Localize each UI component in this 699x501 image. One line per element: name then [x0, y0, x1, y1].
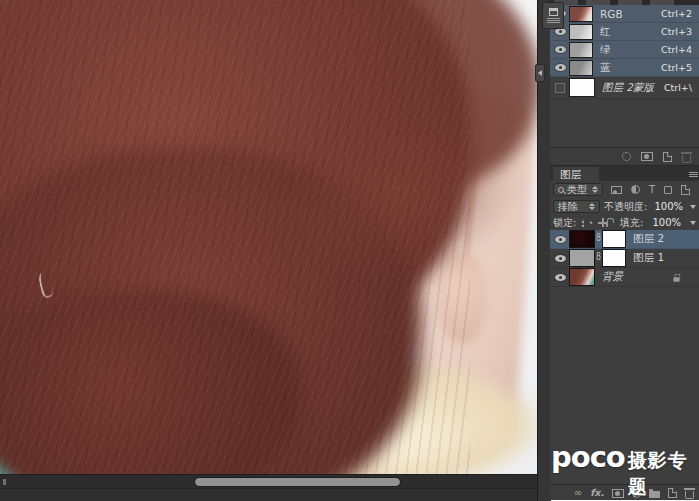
layer-name[interactable]: 图层 1: [633, 251, 664, 265]
layer-thumbnail[interactable]: [570, 269, 594, 285]
opacity-label: 不透明度:: [604, 200, 647, 214]
updown-arrows-icon: [592, 186, 598, 193]
watermark-title-line: poco 摄影专题: [551, 444, 699, 500]
chevron-down-icon[interactable]: [690, 221, 696, 225]
visibility-toggle[interactable]: [555, 255, 570, 262]
eye-icon: [555, 274, 566, 281]
channel-thumbnail: [570, 7, 592, 21]
tab-layers[interactable]: 图层: [553, 167, 599, 182]
channels-bottom-bar: [550, 147, 699, 165]
filter-shape-layers-icon[interactable]: [664, 186, 672, 194]
visibility-toggle[interactable]: [555, 64, 570, 71]
document-canvas[interactable]: [0, 0, 537, 474]
layer-filter-row: 类型 T: [550, 181, 699, 198]
filter-pixel-layers-icon[interactable]: [611, 186, 622, 194]
visibility-toggle[interactable]: [555, 236, 570, 243]
channel-label: 图层 2蒙版: [602, 81, 654, 95]
channel-shortcut: Ctrl+2: [661, 8, 692, 19]
delete-channel-icon[interactable]: [682, 155, 691, 163]
filter-smart-object-icon[interactable]: [681, 185, 690, 195]
horizontal-scrollbar-thumb[interactable]: [195, 478, 400, 486]
scrollbar-left-nub: [3, 479, 6, 485]
eye-icon: [555, 46, 566, 53]
lock-label: 锁定:: [553, 216, 576, 230]
layers-panel-header: 图层: [550, 165, 699, 181]
lock-position-icon[interactable]: [598, 218, 600, 227]
visibility-toggle[interactable]: [555, 46, 570, 53]
filter-type-select[interactable]: 类型: [553, 183, 603, 196]
blend-mode-row: 排除 不透明度: 100%: [550, 199, 699, 214]
channel-row-blue[interactable]: 蓝 Ctrl+5: [550, 59, 699, 77]
new-channel-icon[interactable]: [663, 152, 672, 162]
fill-label: 填充:: [620, 216, 643, 230]
poco-logo: poco: [551, 444, 625, 470]
filter-adjustment-layers-icon[interactable]: [631, 185, 640, 194]
eye-icon: [555, 255, 566, 262]
opacity-value[interactable]: 100%: [654, 201, 683, 212]
blend-mode-value: 排除: [558, 200, 578, 214]
channel-row-red[interactable]: 红 Ctrl+3: [550, 23, 699, 41]
layer-thumbnail[interactable]: [570, 231, 594, 247]
eye-icon: [555, 236, 566, 243]
load-selection-icon[interactable]: [622, 152, 631, 161]
lock-all-icon[interactable]: [606, 222, 608, 227]
visibility-toggle[interactable]: [555, 274, 570, 281]
filter-kind-icons: T: [611, 185, 690, 195]
collapsed-panel-button[interactable]: [542, 2, 564, 29]
photo-hair-strands-texture: [0, 0, 470, 474]
empty-visibility-box: [555, 83, 565, 93]
mask-thumbnail: [570, 79, 594, 96]
layer-name[interactable]: 图层 2: [633, 232, 664, 246]
layer-name[interactable]: 背景: [602, 270, 623, 284]
lock-pixels-icon[interactable]: [589, 221, 593, 225]
channels-empty-area: [550, 99, 699, 147]
channel-thumbnail: [570, 25, 592, 39]
channel-shortcut: Ctrl+5: [661, 62, 692, 73]
eye-icon: [555, 28, 566, 35]
search-icon: [558, 187, 564, 193]
visibility-toggle[interactable]: [555, 28, 570, 35]
lock-transparency-icon[interactable]: [582, 219, 584, 227]
eye-icon: [555, 64, 566, 71]
channel-label: 绿: [600, 43, 611, 57]
channel-shortcut: Ctrl+3: [661, 26, 692, 37]
layer-mask-thumbnail[interactable]: [603, 231, 625, 247]
channel-label: 红: [600, 25, 611, 39]
lock-row: 锁定: 填充: 100%: [550, 215, 699, 230]
status-bar: [0, 488, 537, 501]
fill-value[interactable]: 100%: [652, 217, 681, 228]
channel-row-green[interactable]: 绿 Ctrl+4: [550, 41, 699, 59]
filter-type-label: 类型: [567, 183, 587, 197]
channel-shortcut: Ctrl+4: [661, 44, 692, 55]
panel-label-lines: [547, 18, 560, 23]
channel-shortcut: Ctrl+\: [664, 82, 692, 93]
channel-label: 蓝: [600, 61, 611, 75]
mask-link-icon[interactable]: 8: [596, 253, 601, 263]
poco-watermark: poco 摄影专题 http://photo.poco.cn/: [551, 444, 699, 501]
background-lock-icon: [673, 277, 679, 282]
layer-mask-thumbnail[interactable]: [603, 250, 625, 266]
channel-label: RGB: [600, 8, 623, 20]
layer-thumbnail[interactable]: [570, 250, 594, 266]
channel-row-rgb[interactable]: RGB Ctrl+2: [550, 5, 699, 23]
visibility-toggle[interactable]: [555, 83, 570, 93]
updown-arrows-icon: [589, 203, 595, 210]
channel-thumbnail: [570, 61, 592, 75]
collapse-left-arrow-icon: [538, 70, 542, 76]
layer-row-background[interactable]: 背景: [550, 268, 699, 287]
panel-dock: RGB Ctrl+2 红 Ctrl+3 绿 Ctrl+4 蓝 Ctrl+5 图层…: [550, 0, 699, 501]
filter-type-layers-icon[interactable]: T: [649, 185, 655, 195]
blend-mode-select[interactable]: 排除: [553, 200, 600, 213]
channel-row-layer-mask[interactable]: 图层 2蒙版 Ctrl+\: [550, 77, 699, 99]
dock-collapse-handle[interactable]: [535, 64, 545, 82]
panel-grid-icon: [549, 8, 558, 16]
panel-menu-icon[interactable]: [689, 172, 698, 177]
layer-row-layer1[interactable]: 8 图层 1: [550, 249, 699, 268]
chevron-down-icon[interactable]: [690, 205, 696, 209]
save-selection-as-channel-icon[interactable]: [641, 152, 653, 161]
channel-thumbnail: [570, 43, 592, 57]
mask-link-icon[interactable]: 8: [596, 234, 601, 244]
horizontal-scrollbar[interactable]: [0, 474, 537, 488]
photoshop-workspace: RGB Ctrl+2 红 Ctrl+3 绿 Ctrl+4 蓝 Ctrl+5 图层…: [0, 0, 699, 501]
layer-row-layer2[interactable]: 8 图层 2: [550, 230, 699, 249]
